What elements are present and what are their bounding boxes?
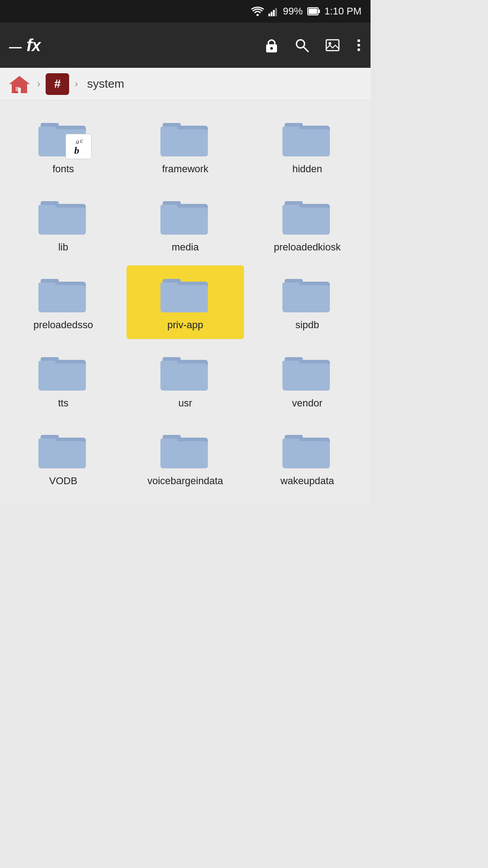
svg-rect-71	[38, 441, 86, 468]
chevron-2: ›	[75, 78, 78, 90]
folder-item-fonts[interactable]: a b c fonts	[5, 109, 122, 183]
svg-rect-52	[160, 283, 178, 289]
svg-rect-12	[326, 40, 339, 51]
svg-rect-75	[160, 441, 208, 468]
battery-icon	[307, 6, 320, 16]
svg-rect-32	[282, 127, 300, 133]
time-text: 1:10 PM	[324, 5, 361, 17]
svg-rect-67	[282, 363, 330, 391]
folder-item-tts[interactable]: tts	[5, 344, 122, 417]
svg-point-15	[357, 44, 360, 47]
svg-rect-59	[38, 363, 86, 391]
folder-label-preloadedkiosk: preloadedkiosk	[274, 241, 341, 254]
folder-label-fonts: fonts	[52, 163, 74, 176]
svg-rect-64	[160, 361, 178, 367]
app-logo: — fx	[9, 36, 256, 55]
svg-rect-44	[282, 205, 300, 211]
folder-item-preloadedsso[interactable]: preloadedsso	[5, 265, 122, 339]
svg-rect-36	[38, 205, 56, 211]
svg-point-9	[270, 47, 273, 50]
svg-rect-39	[160, 208, 208, 235]
svg-rect-40	[160, 205, 178, 211]
folder-label-usr: usr	[178, 397, 192, 410]
chevron-1: ›	[37, 78, 40, 90]
folder-label-hidden: hidden	[292, 163, 322, 176]
svg-rect-48	[38, 283, 56, 289]
folder-item-usr[interactable]: usr	[127, 344, 244, 417]
svg-rect-28	[160, 127, 178, 133]
folder-label-VODB: VODB	[49, 475, 77, 488]
svg-rect-63	[160, 363, 208, 391]
folder-label-framework: framework	[162, 163, 209, 176]
folder-label-media: media	[172, 241, 199, 254]
svg-rect-6	[319, 9, 320, 13]
folder-label-lib: lib	[58, 241, 68, 254]
folder-item-priv-app[interactable]: priv-app	[127, 265, 244, 339]
folder-item-hidden[interactable]: hidden	[249, 109, 366, 183]
folder-item-sipdb[interactable]: sipdb	[249, 265, 366, 339]
svg-rect-4	[275, 8, 277, 16]
svg-point-0	[257, 14, 259, 16]
svg-rect-55	[282, 285, 330, 312]
svg-rect-31	[282, 129, 330, 156]
svg-point-16	[357, 48, 360, 51]
svg-rect-3	[273, 10, 275, 16]
folder-label-voicebargeindata: voicebargeindata	[147, 475, 223, 488]
svg-rect-1	[268, 14, 270, 16]
svg-rect-80	[282, 439, 300, 445]
svg-rect-51	[160, 285, 208, 312]
folder-item-preloadedkiosk[interactable]: preloadedkiosk	[249, 188, 366, 261]
folder-label-preloadedsso: preloadedsso	[33, 319, 93, 332]
breadcrumb: › # › system	[0, 68, 371, 100]
folder-item-media[interactable]: media	[127, 188, 244, 261]
svg-rect-27	[160, 129, 208, 156]
current-path: system	[87, 77, 124, 91]
signal-icon	[268, 6, 278, 16]
home-button[interactable]	[7, 73, 32, 95]
folder-label-wakeupdata: wakeupdata	[281, 475, 334, 488]
folder-label-priv-app: priv-app	[167, 319, 203, 332]
svg-point-14	[357, 39, 360, 42]
folder-item-lib[interactable]: lib	[5, 188, 122, 261]
folder-item-voicebargeindata[interactable]: voicebargeindata	[127, 421, 244, 495]
image-icon[interactable]	[325, 38, 340, 52]
svg-rect-60	[38, 361, 56, 367]
app-bar-actions	[265, 37, 361, 53]
battery-text: 99%	[283, 5, 303, 17]
svg-rect-72	[38, 439, 56, 445]
svg-point-13	[328, 42, 331, 45]
file-grid: a b c fonts framework	[0, 100, 371, 504]
status-icons: 99% 1:10 PM	[251, 5, 361, 17]
root-button[interactable]: #	[46, 73, 69, 95]
folder-item-vendor[interactable]: vendor	[249, 344, 366, 417]
svg-rect-76	[160, 439, 178, 445]
folder-label-vendor: vendor	[292, 397, 322, 410]
svg-rect-35	[38, 208, 86, 235]
folder-item-VODB[interactable]: VODB	[5, 421, 122, 495]
lock-icon[interactable]	[265, 37, 278, 53]
svg-rect-47	[38, 285, 86, 312]
more-icon[interactable]	[356, 38, 361, 52]
svg-line-11	[304, 47, 308, 52]
app-bar: — fx	[0, 23, 371, 68]
folder-item-framework[interactable]: framework	[127, 109, 244, 183]
svg-rect-68	[282, 361, 300, 367]
search-icon[interactable]	[295, 38, 309, 52]
folder-label-sipdb: sipdb	[296, 319, 319, 332]
folder-item-wakeupdata[interactable]: wakeupdata	[249, 421, 366, 495]
svg-rect-56	[282, 283, 300, 289]
folder-label-tts: tts	[58, 397, 68, 410]
svg-rect-20	[15, 87, 19, 91]
svg-rect-2	[271, 12, 272, 16]
svg-rect-79	[282, 441, 330, 468]
wifi-icon	[251, 6, 264, 16]
svg-rect-7	[309, 9, 317, 14]
svg-rect-43	[282, 208, 330, 235]
status-bar: 99% 1:10 PM	[0, 0, 371, 23]
svg-rect-24	[38, 127, 56, 133]
